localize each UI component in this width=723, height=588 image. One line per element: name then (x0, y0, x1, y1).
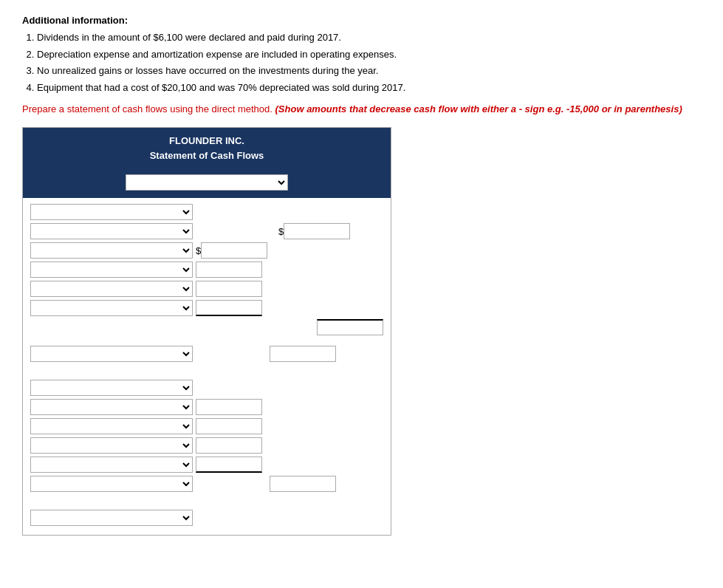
additional-info-section: Additional information: Dividends in the… (22, 15, 701, 95)
amount-input-9[interactable] (196, 437, 262, 454)
blank-row-4 (30, 495, 383, 502)
amount-input-8[interactable] (196, 418, 262, 434)
amount-input-5[interactable] (196, 300, 262, 316)
section3-row4 (30, 457, 383, 473)
period-row (23, 170, 391, 198)
cash-flow-form: FLOUNDER INC. Statement of Cash Flows $ (22, 127, 391, 536)
section1-row3 (30, 281, 383, 297)
dollar-sign-2: $ (196, 245, 201, 256)
prepare-text-italic: (Show amounts that decrease cash flow wi… (275, 103, 682, 114)
amount-input-11[interactable] (270, 476, 336, 492)
row4-label-select[interactable] (30, 300, 193, 316)
row6-label-select[interactable] (30, 418, 193, 434)
additional-info-title: Additional information: (22, 15, 701, 26)
row5-label-select[interactable] (30, 399, 193, 415)
row7-label-select[interactable] (30, 437, 193, 454)
section3-header-row (30, 380, 383, 396)
section3-row2 (30, 418, 383, 434)
subtotal-row-1 (30, 319, 383, 335)
section3-total-select[interactable] (30, 476, 193, 492)
section4-header-row (30, 510, 383, 526)
section1-sublabel-select[interactable] (30, 223, 193, 239)
section2-row (30, 346, 383, 362)
prepare-instructions: Prepare a statement of cash flows using … (22, 102, 701, 117)
amount-input-2[interactable] (201, 242, 267, 259)
section1-row4 (30, 300, 383, 316)
blank-row-1 (30, 338, 383, 346)
section3-total-row (30, 476, 383, 492)
form-body: $ $ (23, 198, 391, 535)
row2-label-select[interactable] (30, 261, 193, 278)
blank-row-2 (30, 365, 383, 372)
section1-row1: $ (30, 242, 383, 259)
section4-header-select[interactable] (30, 510, 193, 526)
blank-row-5 (30, 502, 383, 510)
additional-info-item-1: Dividends in the amount of $6,100 were d… (37, 30, 701, 45)
dollar-sign-1: $ (278, 226, 284, 237)
additional-info-item-2: Depreciation expense and amortization ex… (37, 47, 701, 62)
section1-row2 (30, 261, 383, 278)
section3-header-select[interactable] (30, 380, 193, 396)
row1-label-select[interactable] (30, 242, 193, 259)
amount-input-6[interactable] (270, 346, 336, 362)
additional-info-item-4: Equipment that had a cost of $20,100 and… (37, 81, 701, 95)
section3-row1 (30, 399, 383, 415)
section2-label-select[interactable] (30, 346, 193, 362)
section3-row3 (30, 437, 383, 454)
amount-input-3[interactable] (196, 261, 262, 278)
section1-header-select[interactable] (30, 204, 193, 220)
period-select[interactable] (126, 174, 288, 191)
additional-info-list: Dividends in the amount of $6,100 were d… (37, 30, 701, 95)
additional-info-item-3: No unrealized gains or losses have occur… (37, 64, 701, 78)
subtotal-input-1[interactable] (317, 319, 383, 335)
blank-row-3 (30, 372, 383, 380)
section1-header-row (30, 204, 383, 220)
section1-sublabel-row: $ (30, 223, 383, 239)
form-subtitle: Statement of Cash Flows (30, 148, 383, 164)
amount-input-1[interactable] (284, 223, 350, 239)
amount-input-10[interactable] (196, 457, 262, 473)
row8-label-select[interactable] (30, 457, 193, 473)
form-header: FLOUNDER INC. Statement of Cash Flows (23, 128, 391, 171)
row3-label-select[interactable] (30, 281, 193, 297)
prepare-text-plain: Prepare a statement of cash flows using … (22, 103, 273, 114)
amount-input-7[interactable] (196, 399, 262, 415)
amount-input-4[interactable] (196, 281, 262, 297)
form-title: FLOUNDER INC. (30, 134, 383, 149)
